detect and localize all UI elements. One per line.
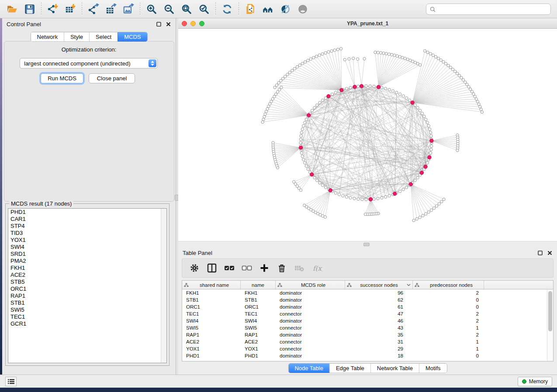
table-cell: SWI4 (241, 317, 276, 324)
tab-select[interactable]: Select (89, 32, 118, 41)
refresh-layout-button[interactable] (218, 1, 236, 17)
minimize-window-icon[interactable] (190, 21, 196, 26)
mcds-result-item[interactable]: SRD1 (8, 251, 166, 258)
clone-network-button[interactable] (242, 1, 259, 17)
search-input[interactable] (438, 6, 547, 12)
zoom-selected-icon (198, 3, 210, 15)
mcds-list-scrollbar[interactable] (161, 209, 166, 363)
maximize-window-icon[interactable] (199, 21, 204, 26)
mcds-result-item[interactable]: PHD1 (8, 209, 166, 216)
mcds-result-item[interactable]: STB5 (8, 279, 166, 285)
mcds-result-item[interactable]: CAR1 (8, 216, 166, 223)
close-panel-icon[interactable] (547, 250, 553, 256)
tab-network-table[interactable]: Network Table (370, 364, 419, 373)
network-window-titlebar[interactable]: YPA_prune.txt_1 (178, 18, 557, 29)
search-binoculars-button[interactable] (259, 1, 277, 17)
table-cell: RAP1 (182, 331, 241, 338)
table-row[interactable]: ORC1ORC1dominator610 (182, 303, 553, 310)
export-image-button[interactable] (120, 1, 137, 17)
optimization-criterion-select[interactable]: largest connected component (undirected) (20, 58, 158, 69)
column-header-predecessor-nodes[interactable]: predecessor nodes (413, 281, 484, 289)
show-graphics-details-button[interactable] (294, 1, 311, 17)
table-row[interactable]: ACE2ACE2connector311 (182, 338, 553, 345)
table-scrollbar[interactable] (547, 289, 553, 361)
mcds-result-list[interactable]: PHD1CAR1STP4TID3YOX1SWI4SRD1PMA2FKH1ACE2… (8, 208, 167, 363)
column-namespace-icon (415, 283, 419, 287)
mcds-result-item[interactable]: YOX1 (8, 237, 166, 244)
save-session-button[interactable] (21, 1, 38, 17)
table-header-row: shared namenameMCDS rolesuccessor nodesp… (182, 281, 553, 289)
task-history-button[interactable] (5, 377, 17, 386)
table-row[interactable]: RAP1RAP1dominator352 (182, 331, 553, 338)
function-builder-icon: f(x) (311, 262, 322, 274)
mcds-result-item[interactable]: FKH1 (8, 265, 166, 272)
tab-style[interactable]: Style (64, 32, 89, 41)
table-row[interactable]: PHD1PHD1dominator180 (182, 352, 553, 359)
gear-button[interactable] (187, 260, 202, 276)
table-cell: dominator (276, 317, 345, 324)
table-cell: 0 (413, 296, 484, 303)
tab-edge-table[interactable]: Edge Table (329, 364, 370, 373)
node-table: shared namenameMCDS rolesuccessor nodesp… (182, 280, 554, 361)
run-mcds-button[interactable]: Run MCDS (41, 73, 83, 83)
export-network-button[interactable] (85, 1, 102, 17)
table-cell: 18 (345, 352, 413, 359)
table-row[interactable]: STB1STB1dominator620 (182, 296, 553, 303)
import-network-button[interactable] (44, 1, 62, 17)
close-panel-button[interactable]: Close panel (89, 73, 135, 83)
table-cell: 1 (413, 324, 484, 331)
hide-graphics-details-button[interactable] (277, 1, 294, 17)
close-panel-icon[interactable] (165, 21, 171, 27)
table-row[interactable]: FKH1FKH1dominator962 (182, 289, 553, 296)
delete-column-button[interactable] (274, 260, 290, 276)
mcds-result-item[interactable]: SWI4 (8, 244, 166, 251)
mcds-result-item[interactable]: STB1 (8, 299, 166, 306)
table-row[interactable]: SWI5SWI5connector431 (182, 324, 553, 331)
close-window-icon[interactable] (182, 21, 187, 26)
table-row[interactable]: YOX1YOX1connector291 (182, 345, 553, 352)
tab-network[interactable]: Network (31, 32, 64, 41)
column-header-successor-nodes[interactable]: successor nodes (345, 281, 413, 289)
split-columns-button[interactable] (204, 260, 220, 276)
mcds-result-item[interactable]: ACE2 (8, 272, 166, 279)
zoom-out-button[interactable] (160, 1, 178, 17)
tab-motifs[interactable]: Motifs (419, 364, 447, 373)
memory-button[interactable]: Memory (518, 377, 552, 386)
select-all-button[interactable] (221, 260, 237, 276)
splitter-grip-icon[interactable] (363, 243, 370, 246)
float-panel-icon[interactable] (156, 21, 162, 27)
table-row[interactable]: SWI4SWI4dominator462 (182, 317, 553, 324)
column-header-name[interactable]: name (241, 281, 276, 289)
mcds-result-item[interactable]: RAP1 (8, 292, 166, 299)
open-file-button[interactable] (3, 1, 21, 17)
export-table-button[interactable] (102, 1, 120, 17)
toolbar-separator (239, 3, 239, 16)
import-table-button[interactable] (62, 1, 79, 17)
column-header-shared-name[interactable]: shared name (182, 281, 241, 289)
zoom-fit-button[interactable] (178, 1, 195, 17)
mcds-result-item[interactable]: PMA2 (8, 258, 166, 265)
table-cell: ORC1 (241, 303, 276, 310)
table-row[interactable]: TEC1TEC1connector472 (182, 310, 553, 317)
zoom-selected-button[interactable] (195, 1, 213, 17)
network-canvas[interactable] (178, 29, 557, 241)
tab-node-table[interactable]: Node Table (288, 364, 329, 373)
add-column-button[interactable] (256, 260, 272, 276)
tab-mcds[interactable]: MCDS (118, 32, 147, 41)
mcds-result-item[interactable]: ORC1 (8, 285, 166, 292)
mcds-result-item[interactable]: GCR1 (8, 320, 166, 327)
column-header-MCDS-role[interactable]: MCDS role (276, 281, 345, 289)
export-table-icon (105, 3, 117, 15)
mcds-result-item[interactable]: TEC1 (8, 313, 166, 320)
zoom-in-button[interactable] (143, 1, 160, 17)
mcds-result-item[interactable]: STP4 (8, 223, 166, 230)
select-all-icon (224, 262, 235, 274)
mcds-result-item[interactable]: SWI5 (8, 306, 166, 313)
float-panel-icon[interactable] (537, 250, 543, 256)
clear-selection-button[interactable] (239, 260, 255, 276)
svg-text:f(x): f(x) (313, 265, 322, 272)
mcds-result-item[interactable]: TID3 (8, 230, 166, 237)
table-scrollbar-thumb[interactable] (548, 291, 552, 331)
horizontal-splitter[interactable] (178, 241, 557, 247)
search-box[interactable] (426, 3, 551, 15)
